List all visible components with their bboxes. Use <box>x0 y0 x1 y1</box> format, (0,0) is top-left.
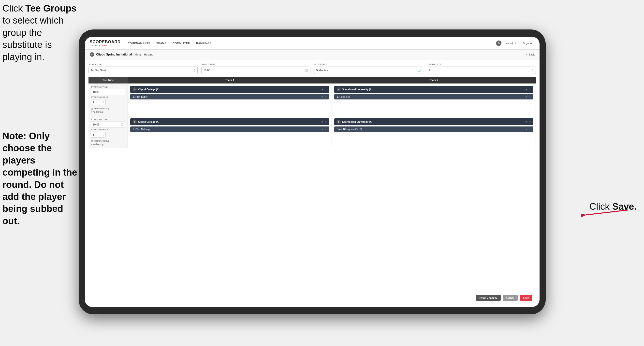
team1-header-row-1: C Clippd College (A) ✕ ▲▼ <box>130 86 329 93</box>
intervals-input[interactable]: 5 Minutes 🕐 <box>314 66 423 74</box>
remove-group-button-2[interactable]: 🗑 Remove Group <box>91 139 125 142</box>
hole-arrows-1: ▲▼ <box>102 101 104 104</box>
tournament-name: Clippd Spring Invitational <box>96 53 132 56</box>
starting-hole-label-2: STARTING HOLE: <box>91 128 125 131</box>
brand-powered: Powered by clippd <box>90 44 121 46</box>
team2-header-row-1: S Scoreboard University (A) ✕ ▲▼ <box>334 86 533 93</box>
starting-time-input-2[interactable]: 10:05 🕐 <box>91 122 125 127</box>
intervals-label: Intervals <box>314 63 423 65</box>
group-row-2: STARTING TIME: 10:05 🕐 STARTING HOLE: 1 … <box>88 116 536 148</box>
tablet-frame: SCOREBOARD Powered by clippd TOURNAMENTS… <box>79 29 546 314</box>
group-1-team1: C Clippd College (A) ✕ ▲▼ 1. Rich Butler <box>128 83 332 116</box>
group-1-team2: S Scoreboard University (A) ✕ ▲▼ 1. Rees… <box>332 83 536 116</box>
starting-time-label-2: STARTING TIME: <box>91 118 125 121</box>
group-2-team1: C Clippd College (A) ✕ ▲▼ 2. Blair McHar… <box>128 116 332 148</box>
add-group-button-2[interactable]: + Add Group <box>91 143 125 146</box>
team2-remove-2[interactable]: ✕ <box>525 121 527 123</box>
reset-changes-button[interactable]: Reset Changes <box>476 295 501 301</box>
group-size-arrows: ▲▼ <box>532 68 534 72</box>
divider: | <box>520 42 520 45</box>
team2-remove-1[interactable]: ✕ <box>525 88 527 91</box>
start-time-label: Start Time <box>201 63 310 65</box>
team2-header-row-2: S Scoreboard University (A) ✕ ▲▼ <box>334 118 533 125</box>
team1-remove-1[interactable]: ✕ <box>321 88 323 91</box>
tee-time-header: Tee Time <box>88 77 128 83</box>
player-remove-1-2[interactable]: ✕ <box>525 95 527 98</box>
team2-header-left-2: S Scoreboard University (A) <box>337 120 372 124</box>
remove-icon-2: 🗑 <box>91 139 94 142</box>
intervals-group: Intervals 5 Minutes 🕐 <box>314 63 423 74</box>
hosting-label: Hosting <box>144 53 153 56</box>
player-row-2-1: 2. Blair McHarg ✕ ▲▼ <box>130 126 329 132</box>
settings-row: Start Type 1st Tee Start ▲▼ Start Time 1… <box>88 63 536 74</box>
team2-header-right-2: ✕ ▲▼ <box>525 120 531 123</box>
team2-header: Team 2 <box>332 77 536 83</box>
footer: Reset Changes Cancel Save <box>88 292 536 303</box>
team1-header-left-1: C Clippd College (A) <box>133 87 160 91</box>
starting-hole-input-1[interactable]: 1 ▲▼ <box>91 99 106 105</box>
starting-hole-input-2[interactable]: 1 ▲▼ <box>91 132 106 137</box>
start-type-arrows: ▲▼ <box>194 68 196 72</box>
main-instruction: Click Tee Groups to select which group t… <box>2 2 79 63</box>
player-remove-2-2[interactable]: ✕ <box>525 128 527 131</box>
team2-badge-2: S <box>337 120 341 124</box>
start-type-label: Start Type <box>88 63 198 65</box>
player-row-2-2: Dave Billingham (SUB) ✕ ▲▼ <box>334 126 533 132</box>
user-avatar: B <box>496 40 502 46</box>
start-time-input[interactable]: 10:00 🕐 <box>201 66 310 74</box>
starting-time-input-1[interactable]: 10:00 🕐 <box>91 89 125 95</box>
username: blair admin <box>504 42 517 45</box>
starting-hole-label-1: STARTING HOLE: <box>91 96 125 98</box>
starting-time-label-1: STARTING TIME: <box>91 86 125 88</box>
save-button[interactable]: Save <box>520 295 532 301</box>
group-2-team2: S Scoreboard University (A) ✕ ▲▼ Dave Bi… <box>332 116 536 148</box>
nav-links: TOURNAMENTS TEAMS COMMITTEE RANKINGS <box>128 41 496 46</box>
navbar: SCOREBOARD Powered by clippd TOURNAMENTS… <box>85 37 540 50</box>
brand-scoreboard: SCOREBOARD <box>90 40 121 44</box>
start-time-group: Start Time 10:00 🕐 <box>201 63 310 74</box>
remove-group-button-1[interactable]: 🗑 Remove Group <box>91 107 125 110</box>
brand: SCOREBOARD Powered by clippd <box>90 40 121 46</box>
add-group-button-1[interactable]: + Add Group <box>91 111 125 113</box>
click-save-instruction: Click Save. <box>590 201 637 212</box>
player-row-1-2: 1. Rees Britt ✕ ▲▼ <box>334 94 533 99</box>
team2-header-right-1: ✕ ▲▼ <box>525 88 531 91</box>
group-row: STARTING TIME: 10:00 🕐 STARTING HOLE: 1 … <box>88 83 536 116</box>
group-size-label: Group Size <box>427 63 536 65</box>
team1-badge-2: C <box>133 120 137 124</box>
nav-committee[interactable]: COMMITTEE <box>172 41 190 46</box>
group-size-group: Group Size 2 ▲▼ <box>427 63 536 74</box>
start-type-input[interactable]: 1st Tee Start ▲▼ <box>88 66 198 74</box>
nav-right: B blair admin | Sign out <box>496 40 534 46</box>
tournament-gender: (Men) <box>134 53 141 56</box>
group-2-left: STARTING TIME: 10:05 🕐 STARTING HOLE: 1 … <box>88 116 128 148</box>
team1-badge-1: C <box>133 87 137 91</box>
team1-remove-2[interactable]: ✕ <box>321 121 323 123</box>
sub-header: C Clippd Spring Invitational (Men) Hosti… <box>85 50 540 59</box>
cancel-button[interactable]: Cancel <box>503 295 518 301</box>
hole-arrows-2: ▲▼ <box>102 133 104 136</box>
group-size-input[interactable]: 2 ▲▼ <box>427 66 536 74</box>
nav-tournaments[interactable]: TOURNAMENTS <box>128 41 150 46</box>
note-instruction: Note: Only choose the players competing … <box>2 130 79 227</box>
sign-out-link[interactable]: Sign out <box>523 41 534 46</box>
instruction-part1: Click <box>2 3 25 13</box>
team1-header-row-2: C Clippd College (A) ✕ ▲▼ <box>130 118 329 125</box>
note-content: Only choose the players competing in the… <box>2 131 77 226</box>
player-remove-2-1[interactable]: ✕ <box>321 128 323 131</box>
click-save-part1: Click <box>590 201 612 212</box>
clock-icon-4: 🕐 <box>121 123 124 126</box>
clock-icon-2: 🕐 <box>417 69 421 72</box>
clock-icon-3: 🕐 <box>121 91 124 93</box>
remove-icon-1: 🗑 <box>91 107 94 110</box>
brand-clippd: clippd <box>101 44 107 46</box>
column-headers: Tee Time Team 1 Team 2 <box>88 77 536 83</box>
click-save-bold: Save. <box>612 201 637 212</box>
player-remove-1-1[interactable]: ✕ <box>321 95 323 98</box>
instruction-part2: to select which group the substitute is … <box>2 15 64 62</box>
team1-header-left-2: C Clippd College (A) <box>133 120 160 124</box>
nav-teams[interactable]: TEAMS <box>156 41 166 46</box>
back-button[interactable]: < Back <box>526 53 534 56</box>
team2-badge-1: S <box>337 87 341 91</box>
nav-rankings[interactable]: RANKINGS <box>196 41 212 46</box>
